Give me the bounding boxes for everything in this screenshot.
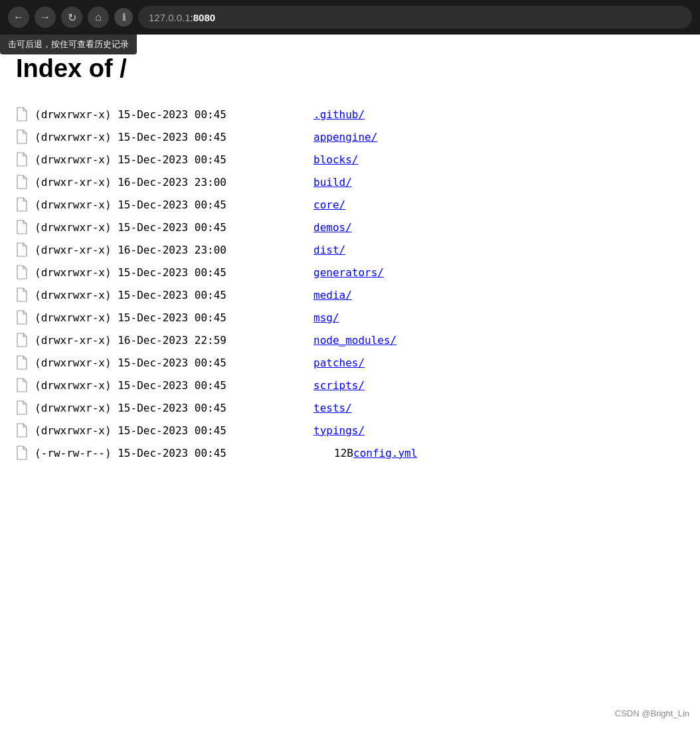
file-row: (drwxrwxr-x) 15-Dec-2023 00:45typings/ [16, 419, 684, 442]
file-icon [16, 446, 35, 460]
file-link[interactable]: patches/ [313, 357, 365, 369]
file-meta: (drwxrwxr-x) 15-Dec-2023 00:45 [35, 424, 313, 437]
forward-button[interactable]: → [35, 7, 56, 28]
file-icon [16, 220, 35, 234]
file-row: (drwxrwxr-x) 15-Dec-2023 00:45appengine/ [16, 125, 684, 148]
file-row: (drwxrwxr-x) 15-Dec-2023 00:45demos/ [16, 216, 684, 238]
file-link[interactable]: config.yml [353, 447, 417, 459]
address-bar-container: ℹ 127.0.0.1:8080 [114, 6, 692, 29]
watermark: CSDN @Bright_Lin [615, 708, 689, 718]
file-row: (drwxrwxr-x) 15-Dec-2023 00:45scripts/ [16, 374, 684, 396]
file-meta: (drwxr-xr-x) 16-Dec-2023 22:59 [35, 334, 313, 347]
file-link[interactable]: scripts/ [313, 379, 365, 392]
file-icon [16, 242, 35, 257]
url-port: 8080 [193, 12, 215, 23]
file-meta: (drwxrwxr-x) 15-Dec-2023 00:45 [35, 221, 313, 234]
file-link[interactable]: appengine/ [313, 131, 377, 143]
file-meta: (drwxrwxr-x) 15-Dec-2023 00:45 [35, 153, 313, 166]
file-link[interactable]: build/ [313, 176, 352, 189]
file-meta: (drwxrwxr-x) 15-Dec-2023 00:45 [35, 266, 313, 279]
file-row: (drwxrwxr-x) 15-Dec-2023 00:45media/ [16, 284, 684, 306]
file-icon [16, 129, 35, 144]
home-button[interactable]: ⌂ [88, 7, 109, 28]
file-link[interactable]: generators/ [313, 266, 384, 279]
file-link[interactable]: media/ [313, 289, 352, 301]
file-icon [16, 197, 35, 212]
page-content: Index of / (drwxrwxr-x) 15-Dec-2023 00:4… [0, 35, 700, 477]
file-link[interactable]: tests/ [313, 402, 352, 414]
file-icon [16, 400, 35, 415]
file-link[interactable]: .github/ [313, 108, 365, 121]
file-row: (drwxrwxr-x) 15-Dec-2023 00:45core/ [16, 193, 684, 216]
file-link[interactable]: blocks/ [313, 153, 358, 166]
file-row: (drwxr-xr-x) 16-Dec-2023 23:00build/ [16, 171, 684, 193]
page-title: Index of / [16, 54, 684, 83]
url-host: 127.0.0.1 [149, 12, 191, 23]
file-meta: (drwxrwxr-x) 15-Dec-2023 00:45 [35, 289, 313, 301]
file-row: (drwxrwxr-x) 15-Dec-2023 00:45blocks/ [16, 148, 684, 171]
file-size: 12B [313, 447, 353, 459]
file-meta: (drwxrwxr-x) 15-Dec-2023 00:45 [35, 311, 313, 324]
browser-tooltip: 击可后退，按住可查看历史记录 [0, 35, 137, 54]
file-icon [16, 355, 35, 370]
file-meta: (drwxrwxr-x) 15-Dec-2023 00:45 [35, 131, 313, 143]
file-list: (drwxrwxr-x) 15-Dec-2023 00:45.github/ (… [16, 103, 684, 464]
file-row: (drwxr-xr-x) 16-Dec-2023 22:59node_modul… [16, 329, 684, 351]
browser-toolbar: ← → ↻ ⌂ ℹ 127.0.0.1:8080 击可后退，按住可查看历史记录 [0, 0, 700, 35]
file-row: (drwxrwxr-x) 15-Dec-2023 00:45tests/ [16, 396, 684, 419]
file-icon [16, 333, 35, 347]
file-meta: (drwxrwxr-x) 15-Dec-2023 00:45 [35, 357, 313, 369]
file-meta: (drwxrwxr-x) 15-Dec-2023 00:45 [35, 402, 313, 414]
file-link[interactable]: dist/ [313, 244, 345, 256]
file-link[interactable]: demos/ [313, 221, 352, 234]
file-link[interactable]: node_modules/ [313, 334, 396, 347]
file-meta: (drwxrwxr-x) 15-Dec-2023 00:45 [35, 108, 313, 121]
file-row: (drwxrwxr-x) 15-Dec-2023 00:45.github/ [16, 103, 684, 125]
file-link[interactable]: msg/ [313, 311, 339, 324]
file-link[interactable]: typings/ [313, 424, 365, 437]
file-icon [16, 152, 35, 167]
back-button[interactable]: ← [8, 7, 29, 28]
info-button[interactable]: ℹ [114, 8, 133, 27]
file-link[interactable]: core/ [313, 199, 345, 211]
file-row: (-rw-rw-r--) 15-Dec-2023 00:4512Bconfig.… [16, 442, 684, 464]
file-meta: (-rw-rw-r--) 15-Dec-2023 00:45 [35, 447, 313, 459]
file-meta: (drwxrwxr-x) 15-Dec-2023 00:45 [35, 379, 313, 392]
file-meta: (drwxr-xr-x) 16-Dec-2023 23:00 [35, 244, 313, 256]
file-row: (drwxrwxr-x) 15-Dec-2023 00:45patches/ [16, 351, 684, 374]
file-icon [16, 107, 35, 121]
file-meta: (drwxr-xr-x) 16-Dec-2023 23:00 [35, 176, 313, 189]
file-icon [16, 423, 35, 438]
file-icon [16, 287, 35, 302]
address-bar[interactable]: 127.0.0.1:8080 [138, 6, 692, 29]
file-icon [16, 175, 35, 189]
file-row: (drwxrwxr-x) 15-Dec-2023 00:45msg/ [16, 306, 684, 329]
file-icon [16, 265, 35, 280]
file-row: (drwxrwxr-x) 15-Dec-2023 00:45generators… [16, 261, 684, 284]
file-icon [16, 378, 35, 392]
reload-button[interactable]: ↻ [61, 7, 82, 28]
file-row: (drwxr-xr-x) 16-Dec-2023 23:00dist/ [16, 238, 684, 261]
file-meta: (drwxrwxr-x) 15-Dec-2023 00:45 [35, 199, 313, 211]
file-icon [16, 310, 35, 325]
